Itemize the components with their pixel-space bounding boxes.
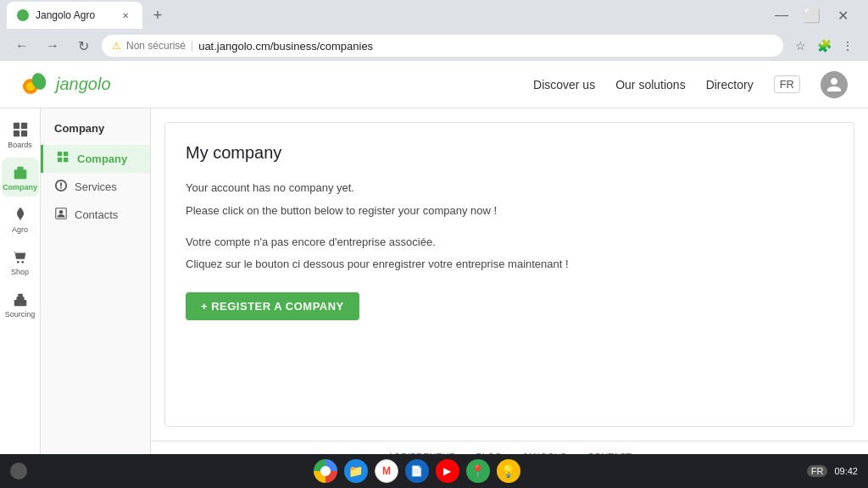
company-icon	[11, 163, 30, 181]
boards-icon	[11, 120, 30, 139]
security-icon: ⚠	[112, 40, 121, 52]
minimize-button[interactable]: ―	[770, 3, 793, 27]
nav-our-solutions[interactable]: Our solutions	[615, 78, 685, 92]
info-line1-en: Your account has no company yet.	[186, 180, 833, 197]
svg-rect-17	[58, 158, 62, 162]
svg-rect-8	[17, 167, 23, 171]
url-input[interactable]: ⚠ Non sécurisé | uat.jangolo.cm/business…	[102, 35, 783, 57]
sourcing-label: Sourcing	[5, 310, 36, 319]
chrome-app-icon[interactable]	[314, 459, 337, 483]
keep-app-icon[interactable]: 💡	[497, 459, 520, 483]
sidebar-item-company[interactable]: Company	[2, 158, 39, 197]
taskbar-left	[10, 463, 27, 480]
close-window-button[interactable]: ✕	[831, 3, 854, 27]
subsidebar-contacts-label: Contacts	[75, 208, 118, 221]
extensions-button[interactable]: 🧩	[814, 36, 834, 56]
tab-title: Jangolo Agro	[36, 9, 112, 21]
forward-button[interactable]: →	[41, 34, 64, 58]
browser-chrome: Jangolo Agro ✕ + ― ⬜ ✕ ← → ↻ ⚠ Non sécur…	[0, 0, 868, 61]
menu-button[interactable]: ⋮	[837, 36, 858, 56]
subsidebar-company-label: Company	[77, 152, 127, 165]
main-sidebar: Boards Company Agro Shop	[0, 108, 41, 454]
sidebar-item-sourcing[interactable]: Sourcing	[2, 285, 39, 324]
boards-label: Boards	[8, 141, 32, 149]
new-tab-button[interactable]: +	[146, 3, 170, 27]
agro-icon	[11, 205, 30, 224]
svg-rect-20	[60, 187, 62, 189]
taskbar-right: FR 09:42	[807, 465, 858, 477]
svg-rect-9	[19, 173, 22, 177]
system-tray[interactable]: FR	[807, 465, 828, 477]
youtube-app-icon[interactable]: ▶	[436, 459, 459, 483]
app-wrapper: jangolo Discover us Our solutions Direct…	[0, 61, 868, 454]
svg-point-10	[16, 261, 19, 263]
shop-label: Shop	[11, 268, 29, 276]
taskbar-lang: FR	[807, 465, 828, 477]
svg-rect-5	[13, 130, 19, 136]
svg-rect-19	[60, 182, 62, 186]
files-app-icon[interactable]: 📁	[344, 459, 368, 483]
svg-rect-18	[64, 158, 68, 162]
subsidebar-contacts[interactable]: Contacts	[41, 201, 150, 229]
refresh-button[interactable]: ↻	[71, 34, 95, 58]
contacts-icon	[54, 207, 68, 223]
back-button[interactable]: ←	[10, 34, 34, 58]
agro-label: Agro	[12, 225, 28, 234]
taskbar-apps: 📁 M 📄 ▶ 📍 💡	[314, 459, 520, 483]
svg-point-22	[59, 210, 63, 214]
page-footer: AGRIPRENEUR BLOG JANGOLO CONTACT	[151, 441, 868, 454]
tab-close-button[interactable]: ✕	[119, 8, 132, 22]
svg-rect-16	[64, 152, 68, 156]
sub-sidebar-header: Company	[41, 119, 150, 145]
nav-discover-us[interactable]: Discover us	[533, 78, 595, 92]
info-line2-fr: Cliquez sur le bouton ci dessous pour en…	[186, 256, 833, 274]
user-avatar[interactable]	[821, 71, 848, 98]
info-line1-fr: Votre compte n'a pas encore d'entreprise…	[186, 234, 833, 252]
svg-point-11	[21, 261, 24, 263]
taskbar: 📁 M 📄 ▶ 📍 💡 FR 09:42	[0, 454, 868, 488]
register-btn-label: + REGISTER A COMPANY	[201, 300, 344, 313]
sourcing-icon	[11, 290, 30, 308]
address-actions: ☆ 🧩 ⋮	[790, 36, 858, 56]
gmail-app-icon[interactable]: M	[375, 459, 398, 483]
bookmark-button[interactable]: ☆	[790, 36, 810, 56]
sidebar-item-boards[interactable]: Boards	[2, 115, 39, 154]
logo-icon	[20, 69, 51, 100]
sidebar-item-shop[interactable]: Shop	[2, 242, 39, 281]
language-button[interactable]: FR	[774, 75, 800, 93]
register-company-button[interactable]: + REGISTER A COMPANY	[186, 292, 359, 320]
subsidebar-services-label: Services	[75, 180, 117, 193]
svg-rect-14	[18, 294, 22, 298]
maximize-button[interactable]: ⬜	[800, 3, 824, 27]
main-content: My company Your account has no company y…	[151, 108, 868, 454]
top-navigation: jangolo Discover us Our solutions Direct…	[0, 61, 868, 108]
info-line2-en: Please click on the button below to regi…	[186, 202, 833, 220]
svg-rect-15	[58, 152, 62, 156]
svg-rect-12	[14, 300, 26, 306]
content-area: Boards Company Agro Shop	[0, 108, 868, 454]
tab-favicon	[17, 9, 29, 21]
nav-directory[interactable]: Directory	[706, 78, 754, 92]
secure-label: Non sécurisé	[126, 40, 186, 52]
taskbar-time: 09:42	[834, 466, 858, 476]
maps-app-icon[interactable]: 📍	[466, 459, 490, 483]
svg-rect-4	[20, 123, 26, 129]
window-controls: ― ⬜ ✕	[770, 3, 861, 27]
address-bar: ← → ↻ ⚠ Non sécurisé | uat.jangolo.cm/bu…	[0, 30, 868, 61]
svg-rect-3	[13, 123, 19, 129]
svg-rect-6	[20, 130, 26, 136]
sidebar-item-agro[interactable]: Agro	[2, 200, 39, 239]
active-tab[interactable]: Jangolo Agro ✕	[7, 2, 142, 29]
page-title: My company	[186, 143, 833, 163]
subsidebar-company[interactable]: Company	[41, 145, 150, 173]
content-panel: My company Your account has no company y…	[164, 122, 854, 427]
logo[interactable]: jangolo	[20, 69, 111, 100]
company-label: Company	[3, 183, 37, 191]
logo-text: jangolo	[56, 75, 111, 94]
subsidebar-services[interactable]: Services	[41, 173, 150, 201]
services-icon	[54, 179, 68, 195]
docs-app-icon[interactable]: 📄	[405, 459, 429, 483]
tab-bar: Jangolo Agro ✕ + ― ⬜ ✕	[0, 0, 868, 30]
launcher-button[interactable]	[10, 463, 27, 480]
company-grid-icon	[57, 151, 70, 167]
